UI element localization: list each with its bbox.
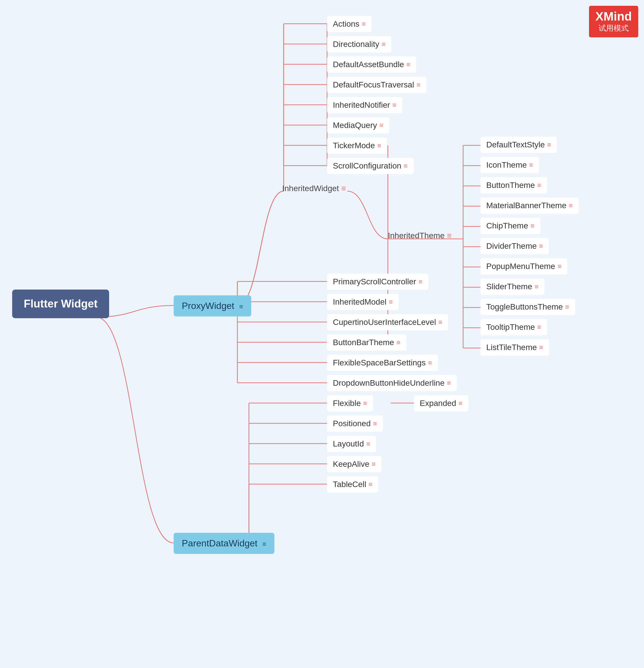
tickermode-icon: ≡: [377, 141, 381, 150]
defaulttextstyle-label: DefaultTextStyle: [486, 140, 545, 149]
dropdownbuttonhideunderline-label: DropdownButtonHideUnderline: [333, 378, 445, 388]
xmind-badge: XMind 试用模式: [589, 6, 638, 37]
expanded-label: Expanded: [420, 399, 456, 408]
inheritednotifier-label: InheritedNotifier: [333, 101, 390, 110]
defaultassetbundle-label: DefaultAssetBundle: [333, 60, 404, 69]
togglebuttonstheme-label: ToggleButtonsTheme: [486, 302, 563, 312]
defaultassetbundle-icon: ≡: [407, 61, 411, 69]
node-keepalive: KeepAlive ≡: [327, 456, 382, 472]
keepalive-label: KeepAlive: [333, 459, 369, 469]
inheritedmodel-icon: ≡: [389, 298, 393, 306]
dropdownbuttonhideunderline-icon: ≡: [447, 379, 451, 387]
node-buttontheme: ButtonTheme ≡: [480, 177, 547, 194]
node-primaryscrollcontroller: PrimaryScrollController ≡: [327, 274, 428, 290]
icontheme-label: IconTheme: [486, 161, 527, 170]
buttontheme-label: ButtonTheme: [486, 181, 535, 190]
node-defaultfocustraversal: DefaultFocusTraversal ≡: [327, 77, 426, 93]
proxy-widget-label: ProxyWidget: [182, 301, 234, 311]
cupertinouserinterfacelevel-icon: ≡: [438, 318, 442, 326]
node-materialbannertheme: MaterialBannerTheme ≡: [480, 197, 579, 214]
node-cupertinouserinterfacelevel: CupertinoUserInterfaceLevel ≡: [327, 314, 448, 330]
parent-data-widget-node: ParentDataWidget ≡: [174, 533, 274, 554]
node-inheritedmodel: InheritedModel ≡: [327, 294, 399, 310]
inherited-theme-label: InheritedTheme: [388, 231, 445, 240]
flexiblespacebarsettings-icon: ≡: [428, 359, 432, 367]
xmind-title: XMind: [595, 10, 632, 23]
slidertheme-icon: ≡: [535, 283, 539, 291]
node-layoutid: LayoutId ≡: [327, 436, 376, 452]
node-mediaquery: MediaQuery ≡: [327, 117, 389, 134]
node-chiptheme: ChipTheme ≡: [480, 218, 540, 234]
node-inheritednotifier: InheritedNotifier ≡: [327, 97, 402, 113]
node-buttonbartheme: ButtonBarTheme ≡: [327, 334, 407, 351]
keepalive-icon: ≡: [372, 460, 376, 468]
node-scrollconfiguration: ScrollConfiguration ≡: [327, 158, 414, 174]
node-tickermode: TickerMode ≡: [327, 138, 387, 154]
flexiblespacebarsettings-label: FlexibleSpaceBarSettings: [333, 358, 426, 367]
layoutid-icon: ≡: [366, 440, 370, 448]
flexible-label: Flexible: [333, 399, 361, 408]
listtiletheme-icon: ≡: [539, 344, 543, 351]
node-tooltiptheme: TooltipTheme ≡: [480, 319, 547, 335]
node-togglebuttonstheme: ToggleButtonsTheme ≡: [480, 299, 575, 315]
directionality-label: Directionality: [333, 40, 379, 49]
chiptheme-label: ChipTheme: [486, 221, 528, 230]
positioned-icon: ≡: [373, 420, 377, 428]
mediaquery-icon: ≡: [380, 121, 384, 130]
flexible-icon: ≡: [363, 399, 367, 407]
slidertheme-label: SliderTheme: [486, 282, 532, 291]
buttonbartheme-icon: ≡: [397, 338, 401, 347]
tooltiptheme-label: TooltipTheme: [486, 322, 535, 332]
inherited-widget-label: InheritedWidget: [282, 184, 339, 193]
inherited-theme-node: InheritedTheme ≡: [388, 231, 451, 240]
inherited-theme-icon: ≡: [447, 231, 451, 240]
popupmenutheme-icon: ≡: [557, 262, 562, 271]
scrollconfiguration-icon: ≡: [404, 162, 408, 170]
primaryscrollcontroller-label: PrimaryScrollController: [333, 277, 416, 286]
parent-data-widget-icon: ≡: [262, 540, 266, 548]
xmind-subtitle: 试用模式: [595, 23, 632, 33]
node-positioned: Positioned ≡: [327, 415, 383, 432]
root-node: Flutter Widget: [12, 290, 109, 318]
inherited-widget-node: InheritedWidget ≡: [282, 184, 346, 193]
node-actions: Actions ≡: [327, 16, 372, 32]
proxy-widget-node: ProxyWidget ≡: [174, 295, 251, 317]
actions-label: Actions: [333, 19, 359, 29]
node-directionality: Directionality ≡: [327, 36, 391, 52]
defaulttextstyle-icon: ≡: [547, 141, 551, 149]
connector-lines: [0, 0, 644, 668]
node-slidertheme: SliderTheme ≡: [480, 278, 545, 295]
defaultfocustraversal-icon: ≡: [416, 81, 420, 89]
listtiletheme-label: ListTileTheme: [486, 343, 537, 352]
tablecell-icon: ≡: [368, 480, 372, 488]
actions-icon: ≡: [362, 20, 366, 28]
node-icontheme: IconTheme ≡: [480, 157, 539, 173]
proxy-widget-icon: ≡: [239, 303, 243, 310]
positioned-label: Positioned: [333, 419, 371, 428]
defaultfocustraversal-label: DefaultFocusTraversal: [333, 80, 414, 90]
node-defaulttextstyle: DefaultTextStyle ≡: [480, 137, 557, 153]
node-dropdownbuttonhideunderline: DropdownButtonHideUnderline ≡: [327, 375, 457, 391]
primaryscrollcontroller-icon: ≡: [418, 278, 423, 286]
expanded-icon: ≡: [459, 399, 462, 407]
parent-data-widget-label: ParentDataWidget: [182, 538, 257, 548]
inheritedmodel-label: InheritedModel: [333, 298, 386, 307]
chiptheme-icon: ≡: [531, 222, 535, 230]
dividertheme-icon: ≡: [539, 242, 543, 250]
icontheme-icon: ≡: [529, 161, 533, 169]
scrollconfiguration-label: ScrollConfiguration: [333, 161, 401, 170]
materialbannertheme-icon: ≡: [569, 201, 573, 210]
tablecell-label: TableCell: [333, 480, 366, 489]
buttonbartheme-label: ButtonBarTheme: [333, 338, 394, 347]
node-expanded: Expanded ≡: [414, 395, 468, 411]
node-flexiblespacebarsettings: FlexibleSpaceBarSettings ≡: [327, 355, 438, 371]
node-defaultassetbundle: DefaultAssetBundle ≡: [327, 57, 416, 73]
mindmap: Flutter Widget ProxyWidget ≡ ParentDataW…: [0, 0, 644, 668]
inheritednotifier-icon: ≡: [393, 101, 397, 109]
materialbannertheme-label: MaterialBannerTheme: [486, 201, 566, 210]
mediaquery-label: MediaQuery: [333, 121, 377, 130]
node-tablecell: TableCell ≡: [327, 476, 378, 492]
node-flexible: Flexible ≡: [327, 395, 373, 411]
tooltiptheme-icon: ≡: [537, 323, 541, 331]
tickermode-label: TickerMode: [333, 141, 375, 150]
